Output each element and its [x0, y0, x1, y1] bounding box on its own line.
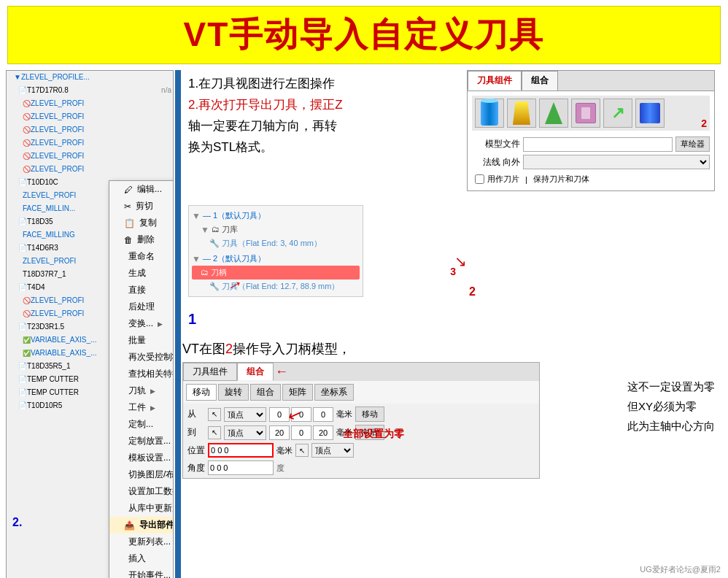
tree-item-zlevel5[interactable]: 🚫 ZLEVEL_PROFI	[7, 150, 173, 163]
menu-item-update-list[interactable]: 更新列表...	[109, 533, 174, 550]
keep-blade-label: 保持刀片和刀体	[533, 174, 589, 185]
sketch-btn[interactable]: 草绘器	[675, 136, 710, 152]
subtab-coord[interactable]: 坐标系	[314, 384, 354, 401]
tool-panel-body: ↗ 2 模型文件 草绘器 法线 向外	[468, 91, 714, 190]
icon-btn-pink[interactable]	[571, 99, 600, 128]
from-row: 从 ↖ 顶点 毫米 移动	[187, 406, 535, 422]
pos-unit: 毫米	[276, 445, 293, 456]
icon-btn-cone[interactable]	[539, 99, 568, 128]
use-as-blade-checkbox[interactable]	[475, 174, 484, 184]
menu-item-transform[interactable]: 变换...	[109, 315, 174, 332]
menu-item-set-data[interactable]: 设置加工数据	[109, 483, 174, 500]
from-z-input[interactable]	[313, 407, 333, 422]
tree-item-zlevel1[interactable]: 🚫 ZLEVEL_PROFI	[7, 97, 173, 110]
menu-item-customize[interactable]: 定制...	[109, 416, 174, 433]
right-text-line1: 这不一定设置为零	[627, 377, 715, 396]
right-text-line2: 但XY必须为零	[627, 396, 715, 416]
checkbox-row: 用作刀片 | 保持刀片和刀体	[472, 172, 710, 186]
angle-unit: 度	[276, 463, 284, 474]
to-vertex-select[interactable]: 顶点	[224, 425, 266, 440]
subtab-rotate[interactable]: 旋转	[218, 384, 249, 401]
to-z-input[interactable]	[313, 425, 333, 440]
move-btn[interactable]: 移动	[355, 406, 384, 422]
subtab-move[interactable]: 移动	[186, 384, 217, 401]
menu-item-direct[interactable]: 直接	[109, 282, 174, 298]
tree-item-zlevel4[interactable]: 🚫 ZLEVEL_PROFI	[7, 136, 173, 150]
to-label: 到	[187, 426, 205, 439]
menu-item-find[interactable]: 查找相关特征	[109, 366, 174, 382]
bottom-panel-tabs: 刀具组件 组合 ←	[183, 363, 539, 381]
model-file-label1: 模型文件	[472, 138, 523, 150]
tab-tool-components[interactable]: 刀具组件	[468, 71, 522, 90]
pos-label: 位置	[187, 444, 205, 457]
menu-item-cut[interactable]: ✂剪切	[109, 198, 174, 215]
badge-2-annotation: 2	[469, 285, 476, 298]
menu-item-edit[interactable]: 🖊编辑...	[109, 181, 174, 198]
menu-item-update-tool[interactable]: 从库中更新刀具	[109, 500, 174, 517]
menu-item-template[interactable]: 模板设置...	[109, 450, 174, 466]
mid-tree-item-holder[interactable]: 🗂 刀柄	[192, 266, 360, 280]
mid-tree: ▼ — 1（默认刀具） ▼ 🗂 刀库 🔧 刀具（Flat End: 3, 40 …	[188, 205, 363, 297]
title-bar: VT手动导入自定义刀具	[7, 6, 721, 64]
menu-item-postprocess[interactable]: 后处理	[109, 298, 174, 315]
to-y-input[interactable]	[291, 425, 311, 440]
subtab-matrix[interactable]: 矩阵	[282, 384, 313, 401]
icon-btn-arrow[interactable]: ↗	[603, 99, 632, 128]
menu-item-controlled[interactable]: 再次受控制状态	[109, 349, 174, 366]
tree-item-zlevel3[interactable]: 🚫 ZLEVEL_PROFI	[7, 123, 173, 136]
pos-input[interactable]	[208, 443, 274, 458]
tool-icons-row: ↗ 2	[472, 96, 710, 131]
use-as-blade-label: 用作刀片	[487, 174, 519, 185]
menu-item-batch[interactable]: 批量	[109, 332, 174, 349]
from-icon[interactable]: ↖	[208, 408, 221, 421]
bottom-tab-combination[interactable]: 组合	[237, 363, 274, 381]
menu-item-rename[interactable]: 重命名	[109, 248, 174, 265]
mid-tree-item-1[interactable]: ▼ — 1（默认刀具）	[192, 209, 360, 223]
label-2: 2.	[12, 516, 22, 529]
to-icon[interactable]: ↖	[208, 426, 221, 439]
bottom-tab-components[interactable]: 刀具组件	[183, 363, 237, 381]
icon-btn-cylinder[interactable]	[475, 99, 504, 128]
mid-tree-item-tool1[interactable]: 🔧 刀具（Flat End: 3, 40 mm）	[192, 236, 360, 250]
menu-item-insert[interactable]: 插入	[109, 550, 174, 567]
vertical-separator	[175, 70, 181, 578]
tree-item-zlevel2[interactable]: 🚫 ZLEVEL_PROFI	[7, 110, 173, 123]
left-tree-panel: ▼ ZLEVEL_PROFILE... 📄 T17D17R0.8 n/a 🚫 Z…	[6, 70, 174, 578]
pos-icon[interactable]: ↖	[295, 444, 309, 457]
tree-item-zlevel6[interactable]: 🚫 ZLEVEL_PROFI	[7, 163, 173, 176]
method-label: 法线 向外	[472, 156, 523, 169]
from-label: 从	[187, 408, 205, 420]
mid-tree-item-2[interactable]: ▼ — 2（默认刀具）	[192, 252, 360, 266]
menu-item-workpiece[interactable]: 工件	[109, 399, 174, 416]
method-select[interactable]	[523, 155, 710, 169]
menu-item-delete[interactable]: 🗑删除	[109, 231, 174, 248]
tree-item-zlevel-top[interactable]: ▼ ZLEVEL_PROFILE...	[7, 71, 173, 84]
to-x-input[interactable]	[269, 425, 290, 440]
pos-vertex-select[interactable]: 顶点	[311, 443, 354, 458]
angle-input[interactable]	[208, 461, 274, 475]
context-menu: 🖊编辑... ✂剪切 📋复制 🗑删除 重命名 生成 直接 后处理 变换... 批…	[109, 180, 174, 578]
tree-item-t17[interactable]: 📄 T17D17R0.8 n/a	[7, 84, 173, 97]
menu-item-copy[interactable]: 📋复制	[109, 215, 174, 231]
mid-tree-item-library[interactable]: ▼ 🗂 刀库	[192, 223, 360, 236]
all-zero-annotation: 全部设置为零	[343, 428, 404, 441]
subtab-combine[interactable]: 组合	[250, 384, 281, 401]
model-file-input1[interactable]	[523, 137, 673, 152]
method-row: 法线 向外	[472, 155, 710, 169]
menu-item-export[interactable]: 📤导出部件...	[109, 517, 174, 533]
mid-tree-item-tool2[interactable]: 🔧 刀具（Flat End: 12.7, 88.9 mm）	[192, 280, 360, 293]
icon-btn-yellow[interactable]	[507, 99, 536, 128]
from-vertex-select[interactable]: 顶点	[224, 407, 266, 422]
arrow-to-3: ↘	[454, 253, 467, 270]
menu-item-customize-place[interactable]: 定制放置...	[109, 433, 174, 450]
tool-panel-tabs: 刀具组件 组合	[468, 71, 714, 91]
icon-btn-grid[interactable]	[635, 99, 665, 128]
menu-item-start-event[interactable]: 开始事件...	[109, 567, 174, 578]
vt-desc-rest: 操作导入刀柄模型，	[233, 342, 351, 356]
watermark: UG爱好者论坛@夏雨2	[640, 564, 721, 575]
tab-combination[interactable]: 组合	[522, 71, 558, 90]
menu-item-toggle-layer[interactable]: 切换图层/布局	[109, 466, 174, 483]
menu-item-generate[interactable]: 生成	[109, 265, 174, 282]
arrow-combination-tab: ←	[275, 364, 288, 381]
menu-item-toolpath[interactable]: 刀轨	[109, 382, 174, 399]
